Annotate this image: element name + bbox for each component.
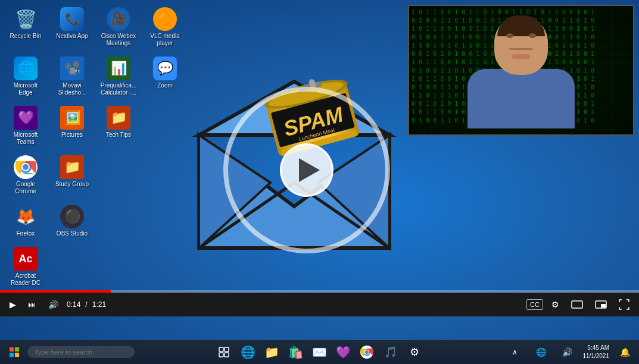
svg-rect-30	[225, 353, 229, 357]
desktop-icon-webex[interactable]: 🎥 Cisco Webex Meetings	[98, 5, 139, 49]
taskbar-mail-icon[interactable]: ✉️	[308, 341, 330, 363]
desktop-icon-pictures[interactable]: 🖼️ Pictures	[51, 103, 93, 148]
taskbar-date-display: 11/1/2021	[583, 352, 610, 360]
fullscreen-button[interactable]	[615, 297, 633, 312]
svg-rect-23	[10, 347, 14, 352]
taskbar-explorer-icon[interactable]: 📁	[261, 341, 282, 363]
volume-icon[interactable]: 🔊	[557, 341, 578, 363]
play-pause-button[interactable]: ▶	[6, 297, 20, 312]
svg-point-3	[23, 164, 29, 170]
notification-button[interactable]: 🔔	[614, 341, 635, 363]
svg-rect-27	[219, 347, 223, 352]
desktop-icons-grid: 🗑️ Recycle Bin 📞 Nextiva App 🎥 Cisco Web…	[5, 5, 160, 289]
total-time-display: 1:21	[92, 300, 106, 309]
theater-button[interactable]	[568, 298, 587, 311]
next-button[interactable]: ⏭	[24, 297, 40, 312]
person-body	[467, 69, 575, 128]
pip-button[interactable]	[591, 298, 610, 311]
webcam-person	[456, 15, 587, 134]
volume-button[interactable]: 🔊	[45, 297, 62, 312]
taskbar-chrome-icon[interactable]	[356, 341, 378, 363]
desktop-icon-study-group[interactable]: 📁 Study Group	[51, 153, 93, 197]
desktop-icon-prequalification[interactable]: 📊 Prequalifica... Calculator -...	[98, 54, 139, 99]
subtitles-button[interactable]: CC	[526, 299, 543, 310]
taskbar-spotify-icon[interactable]: 🎵	[380, 341, 401, 363]
taskbar-right-area: ∧ 🌐 🔊 5:45 AM 11/1/2021 🔔	[504, 341, 636, 363]
taskbar-clock[interactable]: 5:45 AM 11/1/2021	[583, 344, 610, 360]
network-icon[interactable]: 🌐	[531, 341, 552, 363]
taskbar-teams-icon[interactable]: 💜	[332, 341, 354, 363]
main-video-area: 🗑️ Recycle Bin 📞 Nextiva App 🎥 Cisco Web…	[0, 0, 639, 340]
desktop-icon-nextiva[interactable]: 📞 Nextiva App	[51, 5, 93, 49]
taskbar-apps: 🌐 📁 🛍️ ✉️ 💜 🎵 ⚙	[137, 341, 502, 363]
taskbar-store-icon[interactable]: 🛍️	[285, 341, 306, 363]
person-head	[494, 15, 548, 75]
tray-expand-button[interactable]: ∧	[504, 341, 526, 363]
webcam-overlay: 1 0 1 1 0 0 1 0 1 1 0 1 0 0 1 1 0 1 0 1 …	[408, 5, 634, 136]
svg-rect-24	[15, 347, 19, 352]
time-separator: /	[85, 300, 87, 309]
svg-rect-22	[601, 304, 606, 307]
settings-button[interactable]: ⚙	[548, 297, 563, 312]
start-button[interactable]	[4, 344, 25, 360]
desktop-icon-chrome[interactable]: Google Chrome	[5, 153, 46, 197]
video-controls: ▶ ⏭ 🔊 0:14 / 1:21 CC ⚙	[0, 293, 639, 316]
task-view-button[interactable]	[213, 341, 235, 363]
taskbar-search[interactable]	[27, 346, 135, 358]
desktop-icon-movavi[interactable]: 📽️ Movavi Slidesho...	[51, 54, 93, 99]
webcam-background: 1 0 1 1 0 0 1 0 1 1 0 1 0 0 1 1 0 1 0 1 …	[409, 6, 633, 134]
desktop-icon-tech-tips[interactable]: 📁 Tech Tips	[98, 103, 139, 148]
taskbar-settings-icon[interactable]: ⚙	[404, 341, 425, 363]
desktop-icon-acrobat[interactable]: Ac Acrobat Reader DC	[5, 244, 46, 289]
play-button[interactable]	[280, 143, 333, 197]
desktop-icon-teams[interactable]: 💜 Microsoft Teams	[5, 103, 46, 148]
desktop-icon-recycle-bin[interactable]: 🗑️ Recycle Bin	[5, 5, 46, 49]
svg-rect-29	[219, 353, 223, 357]
desktop-icon-zoom[interactable]: 💬 Zoom	[144, 54, 186, 99]
taskbar-edge-icon[interactable]: 🌐	[237, 341, 258, 363]
svg-point-34	[365, 350, 369, 354]
taskbar-time-display: 5:45 AM	[583, 344, 610, 352]
svg-rect-25	[10, 353, 14, 357]
desktop-icon-obs[interactable]: ⚫ OBS Studio	[51, 202, 93, 240]
taskbar: 🌐 📁 🛍️ ✉️ 💜 🎵 ⚙ ∧ 🌐 �	[0, 340, 639, 364]
desktop-icon-edge[interactable]: 🌐 Microsoft Edge	[5, 54, 46, 99]
desktop-icon-vlc[interactable]: 🔶 VLC media player	[144, 5, 186, 49]
desktop-icon-firefox[interactable]: 🦊 Firefox	[5, 202, 46, 240]
time-display: 0:14	[67, 300, 80, 309]
svg-rect-20	[572, 301, 582, 308]
svg-rect-28	[225, 347, 229, 352]
svg-rect-26	[15, 353, 19, 357]
